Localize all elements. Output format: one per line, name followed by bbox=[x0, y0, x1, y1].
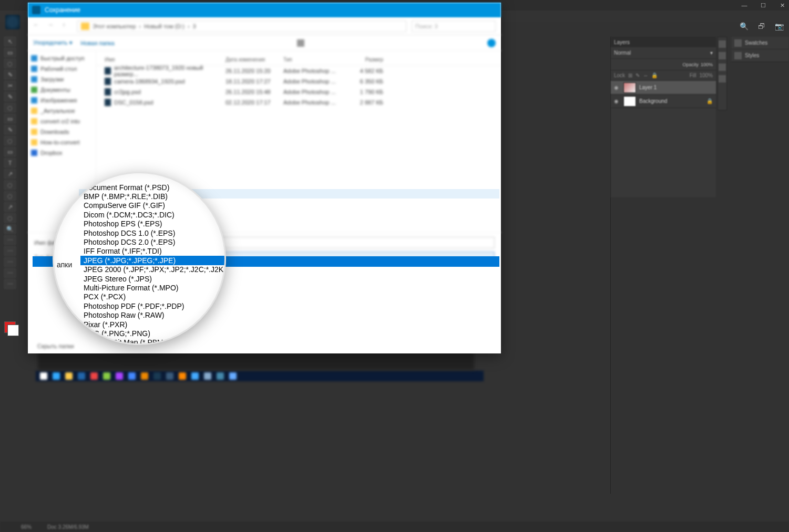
file-format-option[interactable]: Photoshop DCS 2.0 (*.EPS) bbox=[80, 237, 226, 246]
file-format-option[interactable]: IFF Format (*.IFF;*.TDI) bbox=[80, 247, 226, 256]
sidebar-item[interactable]: Dropbox bbox=[31, 148, 93, 158]
taskbar-app-icon[interactable] bbox=[90, 372, 98, 380]
file-format-option[interactable]: Pixar (*.PXR) bbox=[80, 320, 226, 329]
camera-icon[interactable]: 📷 bbox=[775, 22, 784, 34]
window-minimize-button[interactable]: — bbox=[741, 2, 748, 9]
layer-visibility-icon[interactable]: ◉ bbox=[614, 85, 620, 91]
file-format-option[interactable]: BMP (*.BMP;*.RLE;*.DIB) bbox=[80, 192, 226, 201]
col-name[interactable]: Имя bbox=[105, 57, 226, 62]
file-format-option[interactable]: PCX (*.PCX) bbox=[80, 293, 226, 301]
sidebar-item[interactable]: convert cr2 into bbox=[31, 116, 93, 127]
layer-row[interactable]: ◉ Background 🔒 bbox=[611, 95, 716, 108]
properties-icon[interactable] bbox=[719, 64, 726, 71]
swatches-icon[interactable] bbox=[734, 39, 742, 47]
actions-icon[interactable] bbox=[719, 52, 726, 59]
lock-pixels-icon[interactable]: ⊞ bbox=[628, 72, 632, 78]
lock-position-icon[interactable]: ✎ bbox=[636, 72, 640, 78]
taskbar-app-icon[interactable] bbox=[204, 372, 211, 380]
collapsed-panels-strip[interactable] bbox=[718, 37, 727, 110]
tool-button[interactable]: ◌ bbox=[4, 213, 16, 223]
col-date[interactable]: Дата изменения bbox=[226, 57, 283, 62]
nav-back-button[interactable]: ← bbox=[33, 22, 43, 31]
taskbar-app-icon[interactable] bbox=[128, 372, 136, 380]
file-format-option[interactable]: Multi-Picture Format (*.MPO) bbox=[80, 283, 226, 292]
breadcrumb[interactable]: Этот компьютер› Новый том (D:)› 3 bbox=[77, 20, 406, 32]
taskbar-app-icon[interactable] bbox=[65, 372, 73, 380]
sidebar-item[interactable]: Изображения bbox=[31, 95, 93, 106]
tool-button[interactable]: ✂ bbox=[4, 81, 16, 90]
file-format-option[interactable]: CompuServe GIF (*.GIF) bbox=[80, 201, 226, 210]
file-format-option[interactable]: Portable Bit Map (*.PBM;*.PGM;*.PPM) bbox=[80, 338, 226, 345]
layer-row[interactable]: ◉ Layer 1 bbox=[611, 81, 716, 95]
styles-label[interactable]: Styles bbox=[745, 53, 759, 58]
taskbar-app-icon[interactable] bbox=[141, 372, 148, 380]
layer-thumbnail[interactable] bbox=[623, 96, 636, 107]
nav-up-button[interactable]: ↑ bbox=[63, 22, 72, 31]
tool-button[interactable]: ◌ bbox=[4, 191, 16, 201]
taskbar-app-icon[interactable] bbox=[40, 372, 47, 380]
tool-button[interactable]: ↗ bbox=[4, 169, 16, 179]
taskbar-app-icon[interactable] bbox=[191, 372, 199, 380]
sidebar-item[interactable]: Быстрый доступ bbox=[31, 53, 93, 64]
layer-visibility-icon[interactable]: ◉ bbox=[614, 98, 620, 105]
tool-button[interactable]: ◌ bbox=[4, 59, 16, 68]
tool-button[interactable]: ✎ bbox=[4, 70, 16, 79]
tool-button[interactable]: ◌ bbox=[4, 103, 16, 112]
taskbar-app-icon[interactable] bbox=[78, 372, 85, 380]
tool-button[interactable]: 🔍 bbox=[4, 224, 16, 234]
tool-button[interactable]: ⋯ bbox=[4, 268, 16, 278]
opacity-value[interactable]: 100% bbox=[701, 62, 713, 67]
file-row[interactable]: architecture-1738073_1920 новый размер..… bbox=[96, 66, 501, 76]
nav-forward-button[interactable]: → bbox=[48, 22, 57, 31]
col-size[interactable]: Размер bbox=[341, 57, 383, 62]
tool-button[interactable]: ✎ bbox=[4, 92, 16, 101]
dialog-close-icon[interactable] bbox=[489, 6, 497, 14]
taskbar-app-icon[interactable] bbox=[116, 372, 123, 380]
file-format-option[interactable]: Document Format (*.PSD) bbox=[80, 183, 226, 192]
blend-mode-select[interactable]: Normal bbox=[614, 50, 631, 56]
dialog-minimize-icon[interactable] bbox=[480, 6, 486, 13]
file-format-option[interactable]: Dicom (*.DCM;*.DC3;*.DIC) bbox=[80, 210, 226, 219]
col-type[interactable]: Тип bbox=[283, 57, 341, 62]
tool-button[interactable]: ▭ bbox=[4, 48, 16, 57]
workspaces-icon[interactable]: 🗗 bbox=[758, 22, 765, 34]
sidebar-item[interactable]: Документы bbox=[31, 85, 93, 95]
taskbar-app-icon[interactable] bbox=[229, 372, 237, 380]
tool-button[interactable]: ⋯ bbox=[4, 279, 16, 289]
file-format-option[interactable]: Photoshop PDF (*.PDF;*.PDP) bbox=[80, 301, 226, 310]
taskbar-app-icon[interactable] bbox=[53, 372, 60, 380]
file-row[interactable]: DSC_0158.psd 02.12.2020 17:17 Adobe Phot… bbox=[96, 97, 501, 108]
tool-button[interactable]: ▭ bbox=[4, 147, 16, 157]
search-icon[interactable]: 🔍 bbox=[740, 22, 749, 34]
view-mode-icon[interactable] bbox=[297, 39, 304, 47]
file-row[interactable]: cr2jpg.psd 26.11.2020 15:48 Adobe Photos… bbox=[96, 87, 501, 97]
status-zoom[interactable]: 66% bbox=[21, 524, 32, 530]
taskbar-app-icon[interactable] bbox=[166, 372, 173, 380]
tool-button[interactable]: ↖ bbox=[4, 37, 16, 46]
file-format-option[interactable]: PNG (*.PNG;*.PNG) bbox=[80, 329, 226, 338]
file-format-option[interactable]: JPEG (*.JPG;*.JPEG;*.JPE) bbox=[80, 256, 226, 265]
fill-value[interactable]: 100% bbox=[699, 72, 713, 78]
organize-button[interactable]: Упорядочить ▾ bbox=[33, 39, 73, 46]
sidebar-item[interactable]: Рабочий стол bbox=[31, 64, 93, 74]
layer-thumbnail[interactable] bbox=[623, 82, 636, 93]
lock-all-icon[interactable]: 🔒 bbox=[651, 72, 658, 78]
styles-icon[interactable] bbox=[734, 52, 742, 59]
window-maximize-button[interactable]: ☐ bbox=[760, 2, 767, 9]
taskbar-app-icon[interactable] bbox=[153, 372, 161, 380]
taskbar-app-icon[interactable] bbox=[217, 372, 224, 380]
tool-button[interactable]: ◌ bbox=[4, 180, 16, 190]
file-format-option[interactable]: JPEG Stereo (*.JPS) bbox=[80, 274, 226, 283]
file-row[interactable]: camera-1868934_1920.psd 18.11.2020 17:27… bbox=[96, 76, 501, 87]
breadcrumb-segment[interactable]: Новый том (D:) bbox=[144, 23, 185, 29]
new-folder-button[interactable]: Новая папка bbox=[81, 40, 115, 46]
search-input[interactable]: Поиск: 3 bbox=[412, 20, 496, 32]
breadcrumb-segment[interactable]: Этот компьютер bbox=[93, 23, 136, 29]
file-format-option[interactable]: JPEG 2000 (*.JPF;*.JPX;*.JP2;*.J2C;*.J2K… bbox=[80, 265, 226, 274]
swatches-label[interactable]: Swatches bbox=[745, 40, 767, 46]
window-close-button[interactable]: ✕ bbox=[778, 2, 786, 9]
lock-move-icon[interactable]: ↔ bbox=[643, 72, 648, 78]
tool-button[interactable]: ↗ bbox=[4, 202, 16, 212]
dialog-titlebar[interactable]: Сохранение bbox=[28, 3, 501, 17]
history-icon[interactable] bbox=[719, 40, 726, 48]
